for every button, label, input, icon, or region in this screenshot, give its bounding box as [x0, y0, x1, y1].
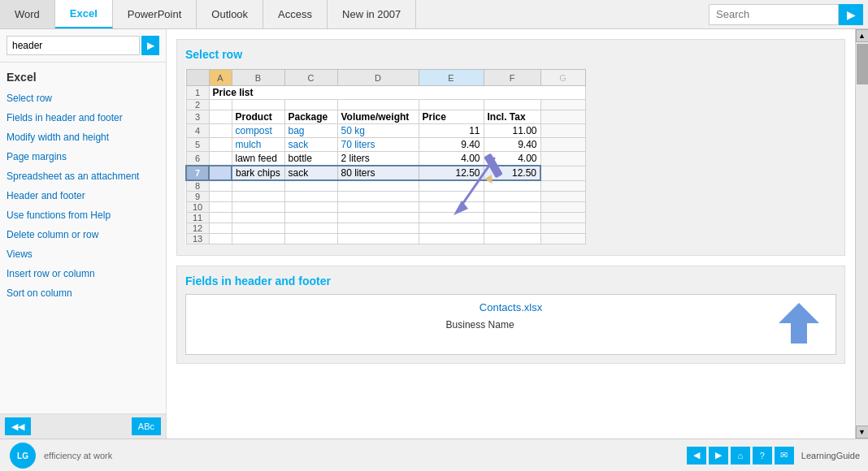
cell-lawnfeed[interactable]: lawn feed [232, 152, 284, 166]
cell[interactable] [484, 213, 540, 223]
footer-back-button[interactable]: ◀ [687, 447, 706, 465]
cell[interactable] [419, 100, 484, 110]
scroll-track[interactable] [856, 42, 868, 426]
sidebar-item-fields-header-footer[interactable]: Fields in header and footer [0, 108, 166, 127]
cell-bottle[interactable]: bottle [284, 152, 337, 166]
cell[interactable] [284, 180, 337, 192]
cell[interactable] [540, 223, 585, 234]
cell[interactable] [419, 180, 484, 192]
sidebar-item-sort-column[interactable]: Sort on column [0, 283, 166, 303]
cell[interactable] [540, 100, 585, 110]
cell-80liters[interactable]: 80 liters [337, 166, 419, 180]
cell[interactable]: Price list [209, 86, 585, 100]
sidebar-item-select-row[interactable]: Select row [0, 89, 166, 108]
cell[interactable] [284, 202, 337, 213]
cell[interactable] [337, 223, 419, 234]
cell-70liters[interactable]: 70 liters [337, 138, 419, 152]
cell-mulch[interactable]: mulch [232, 138, 284, 152]
cell[interactable] [540, 138, 585, 152]
cell[interactable] [209, 213, 232, 223]
sidebar-prev-button[interactable]: ◀◀ [5, 417, 31, 435]
footer-help-button[interactable]: ? [753, 447, 772, 465]
cell[interactable] [419, 192, 484, 202]
nav-item-word[interactable]: Word [0, 0, 55, 28]
col-header-f[interactable]: F [484, 70, 540, 86]
sidebar-item-spreadsheet-attachment[interactable]: Spreadsheet as an attachment [0, 166, 166, 186]
cell[interactable] [484, 100, 540, 110]
cell[interactable] [540, 180, 585, 192]
cell[interactable] [484, 234, 540, 244]
sidebar-item-page-margins[interactable]: Page margins [0, 147, 166, 166]
sidebar-item-delete-column[interactable]: Delete column or row [0, 225, 166, 244]
cell-price7[interactable]: 12.50 [419, 166, 484, 180]
cell[interactable] [284, 192, 337, 202]
cell-price6[interactable]: 4.00 [419, 152, 484, 166]
cell-barkchips[interactable]: bark chips [232, 166, 284, 180]
cell[interactable] [209, 152, 232, 166]
cell[interactable] [337, 180, 419, 192]
cell-price5[interactable]: 9.40 [419, 138, 484, 152]
col-header-e[interactable]: E [419, 70, 484, 86]
col-header-a[interactable]: A [209, 70, 232, 86]
cell[interactable] [419, 213, 484, 223]
col-header-c[interactable]: C [284, 70, 337, 86]
cell[interactable] [232, 234, 284, 244]
cell-inctax4[interactable]: 11.00 [484, 124, 540, 138]
cell[interactable] [284, 213, 337, 223]
cell[interactable] [419, 234, 484, 244]
cell-inctax6[interactable]: 4.00 [484, 152, 540, 166]
cell[interactable] [284, 234, 337, 244]
sidebar-item-modify-width[interactable]: Modify width and height [0, 127, 166, 147]
cell[interactable] [540, 124, 585, 138]
cell-price-header[interactable]: Price [419, 110, 484, 124]
sidebar-item-header-footer[interactable]: Header and footer [0, 186, 166, 205]
sidebar-item-use-functions[interactable]: Use functions from Help [0, 205, 166, 225]
cell[interactable] [209, 110, 232, 124]
cell[interactable] [484, 180, 540, 192]
col-header-g[interactable]: G [540, 70, 585, 86]
cell[interactable] [540, 152, 585, 166]
cell[interactable] [209, 180, 232, 192]
cell-inctax5[interactable]: 9.40 [484, 138, 540, 152]
nav-item-outlook[interactable]: Outlook [197, 0, 263, 28]
cell-product-header[interactable]: Product [232, 110, 284, 124]
cell-price4[interactable]: 11 [419, 124, 484, 138]
cell[interactable] [484, 202, 540, 213]
cell-2liters[interactable]: 2 liters [337, 152, 419, 166]
cell[interactable] [540, 166, 585, 180]
cell[interactable] [540, 202, 585, 213]
cell[interactable] [232, 100, 284, 110]
cell[interactable] [209, 223, 232, 234]
cell[interactable] [209, 124, 232, 138]
cell-compost[interactable]: compost [232, 124, 284, 138]
cell-inctax-header[interactable]: Incl. Tax [484, 110, 540, 124]
scroll-thumb[interactable] [857, 44, 868, 84]
cell-inctax7[interactable]: 12.50 [484, 166, 540, 180]
cell-volume-header[interactable]: Volume/weight [337, 110, 419, 124]
cell[interactable] [419, 202, 484, 213]
search-button[interactable]: ▶ [839, 4, 863, 25]
cell-50kg[interactable]: 50 kg [337, 124, 419, 138]
cell[interactable] [209, 192, 232, 202]
cell[interactable] [209, 234, 232, 244]
cell[interactable] [232, 192, 284, 202]
cell[interactable] [540, 110, 585, 124]
cell[interactable] [284, 223, 337, 234]
sidebar-abc-button[interactable]: ABc [132, 417, 161, 435]
cell[interactable] [232, 202, 284, 213]
sidebar-item-insert-row[interactable]: Insert row or column [0, 264, 166, 283]
footer-home-button[interactable]: ⌂ [731, 447, 750, 465]
nav-item-excel[interactable]: Excel [55, 0, 113, 28]
footer-forward-button[interactable]: ▶ [709, 447, 728, 465]
cell[interactable] [337, 192, 419, 202]
cell[interactable] [337, 234, 419, 244]
cell[interactable] [337, 202, 419, 213]
cell[interactable] [419, 223, 484, 234]
cell[interactable] [484, 223, 540, 234]
cell[interactable] [540, 234, 585, 244]
footer-email-button[interactable]: ✉ [775, 447, 794, 465]
sidebar-search-input[interactable] [7, 36, 140, 55]
cell[interactable] [232, 180, 284, 192]
cell[interactable] [284, 100, 337, 110]
cell[interactable] [484, 192, 540, 202]
